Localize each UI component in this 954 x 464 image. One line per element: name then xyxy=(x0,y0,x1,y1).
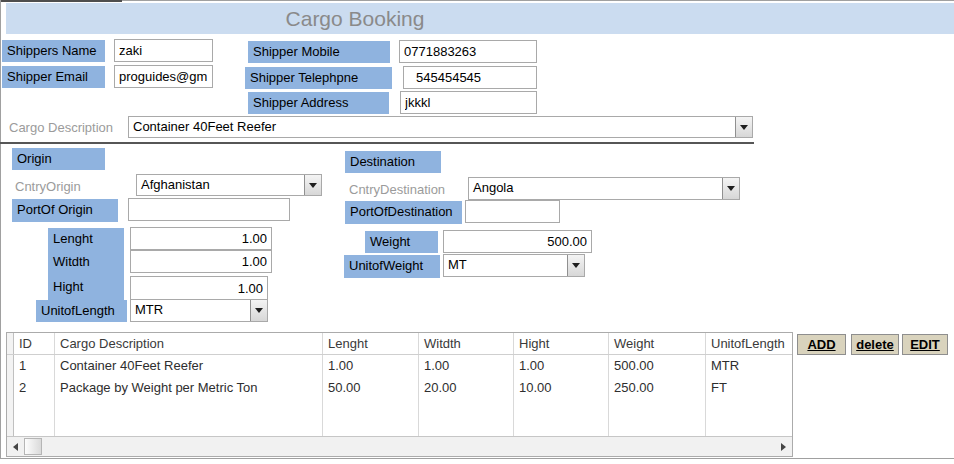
table-cell[interactable]: 250.00 xyxy=(609,377,706,399)
column-header[interactable]: Witdth xyxy=(419,333,514,354)
empty-cell[interactable] xyxy=(514,399,609,436)
column-header[interactable]: ID xyxy=(14,333,55,354)
empty-cell[interactable] xyxy=(609,399,706,436)
port-of-origin-input[interactable] xyxy=(128,198,290,221)
cntry-destination-value: Angola xyxy=(469,178,722,199)
height-label: Hight xyxy=(48,276,124,300)
table-cell[interactable]: 1 xyxy=(14,355,55,377)
cargo-description-dropdown-button[interactable] xyxy=(735,117,752,137)
shipper-address-input[interactable] xyxy=(400,91,537,114)
unit-of-length-value: MTR xyxy=(131,300,250,321)
shippers-name-label: Shippers Name xyxy=(2,40,105,62)
shippers-name-input[interactable] xyxy=(114,39,213,62)
table-cell[interactable]: FT xyxy=(706,377,792,399)
cntry-destination-label: CntryDestination xyxy=(349,179,445,201)
table-cell[interactable]: 1.00 xyxy=(514,355,609,377)
weight-label: Weight xyxy=(365,231,438,253)
arrow-left-icon xyxy=(13,443,18,451)
cargo-description-value: Container 40Feet Reefer xyxy=(129,117,735,137)
cntry-origin-label: CntryOrigin xyxy=(15,176,81,198)
table-row: 2Package by Weight per Metric Ton50.0020… xyxy=(7,377,792,399)
column-header[interactable]: Cargo Description xyxy=(55,333,323,354)
unit-of-length-dropdown-button[interactable] xyxy=(250,300,267,321)
record-selector[interactable] xyxy=(7,377,14,399)
length-label: Lenght xyxy=(48,228,124,251)
grid-header-row: IDCargo DescriptionLenghtWitdthHightWeig… xyxy=(7,333,792,355)
empty-row-area xyxy=(7,399,792,436)
scroll-left-button[interactable] xyxy=(7,437,24,456)
cntry-origin-value: Afghanistan xyxy=(137,175,304,195)
cargo-description-label: Cargo Description xyxy=(9,117,113,139)
column-header[interactable]: Hight xyxy=(514,333,609,354)
column-header[interactable]: Lenght xyxy=(323,333,419,354)
shipper-email-label: Shipper Email xyxy=(2,66,105,88)
unit-of-weight-dropdown-button[interactable] xyxy=(567,255,584,276)
table-cell[interactable]: 1.00 xyxy=(419,355,514,377)
shipper-mobile-label: Shipper Mobile xyxy=(248,41,390,63)
window-bottom-edge xyxy=(0,458,954,459)
chevron-down-icon xyxy=(255,308,263,313)
window-left-edge xyxy=(0,0,1,459)
shipper-address-label: Shipper Address xyxy=(248,92,389,114)
empty-cell[interactable] xyxy=(14,399,55,436)
cntry-destination-combobox[interactable]: Angola xyxy=(468,177,740,200)
unit-of-weight-value: MT xyxy=(444,255,567,276)
add-button[interactable]: ADD xyxy=(797,334,846,355)
window-top-edge xyxy=(0,0,954,1)
destination-section-label: Destination xyxy=(345,151,441,173)
column-header[interactable]: Weight xyxy=(609,333,706,354)
record-selector[interactable] xyxy=(7,399,14,436)
window-top-edge-accent xyxy=(0,0,122,2)
table-row: 1Container 40Feet Reefer1.001.001.00500.… xyxy=(7,355,792,377)
port-of-destination-label: PortOfDestination xyxy=(345,201,462,224)
empty-cell[interactable] xyxy=(55,399,323,436)
empty-cell[interactable] xyxy=(323,399,419,436)
table-cell[interactable]: Container 40Feet Reefer xyxy=(55,355,323,377)
record-selector-gutter[interactable] xyxy=(7,333,14,354)
table-cell[interactable]: Package by Weight per Metric Ton xyxy=(55,377,323,399)
shipper-telephone-label: Shipper Telephpne xyxy=(245,67,392,89)
unit-of-length-label: UnitofLength xyxy=(36,300,127,322)
width-label: Witdth xyxy=(48,251,124,276)
delete-button[interactable]: delete xyxy=(851,334,899,355)
unit-of-weight-label: UnitofWeight xyxy=(344,255,440,278)
chevron-down-icon xyxy=(572,263,580,268)
column-header[interactable]: UnitofLength xyxy=(706,333,792,354)
cntry-destination-dropdown-button[interactable] xyxy=(722,178,739,199)
shipper-email-input[interactable] xyxy=(114,65,213,88)
cargo-description-combobox[interactable]: Container 40Feet Reefer xyxy=(128,116,753,138)
empty-cell[interactable] xyxy=(706,399,792,436)
chevron-down-icon xyxy=(727,186,735,191)
table-cell[interactable]: 500.00 xyxy=(609,355,706,377)
height-input[interactable] xyxy=(130,276,268,300)
arrow-right-icon xyxy=(781,443,786,451)
table-cell[interactable]: 1.00 xyxy=(323,355,419,377)
record-selector[interactable] xyxy=(7,355,14,377)
cntry-origin-combobox[interactable]: Afghanistan xyxy=(136,174,322,196)
unit-of-length-combobox[interactable]: MTR xyxy=(130,299,268,322)
length-input[interactable] xyxy=(130,227,272,250)
scrollbar-track[interactable] xyxy=(42,437,775,456)
horizontal-scrollbar[interactable] xyxy=(7,436,792,456)
shipper-telephone-input[interactable] xyxy=(403,66,537,89)
scrollbar-thumb[interactable] xyxy=(24,438,42,455)
port-of-origin-label: PortOf Origin xyxy=(12,199,118,222)
chevron-down-icon xyxy=(309,183,317,188)
scroll-right-button[interactable] xyxy=(775,437,792,456)
width-input[interactable] xyxy=(130,250,272,273)
port-of-destination-input[interactable] xyxy=(465,200,560,223)
shipper-mobile-input[interactable] xyxy=(399,40,537,63)
section-divider xyxy=(0,142,754,144)
cargo-booking-form: Cargo Booking Shippers Name Shipper Emai… xyxy=(0,0,954,464)
table-cell[interactable]: MTR xyxy=(706,355,792,377)
table-cell[interactable]: 10.00 xyxy=(514,377,609,399)
cntry-origin-dropdown-button[interactable] xyxy=(304,175,321,195)
empty-cell[interactable] xyxy=(419,399,514,436)
table-cell[interactable]: 2 xyxy=(14,377,55,399)
weight-input[interactable] xyxy=(443,230,592,253)
edit-button[interactable]: EDIT xyxy=(902,334,948,355)
unit-of-weight-combobox[interactable]: MT xyxy=(443,254,585,277)
table-cell[interactable]: 50.00 xyxy=(323,377,419,399)
origin-section-label: Origin xyxy=(12,148,105,170)
table-cell[interactable]: 20.00 xyxy=(419,377,514,399)
